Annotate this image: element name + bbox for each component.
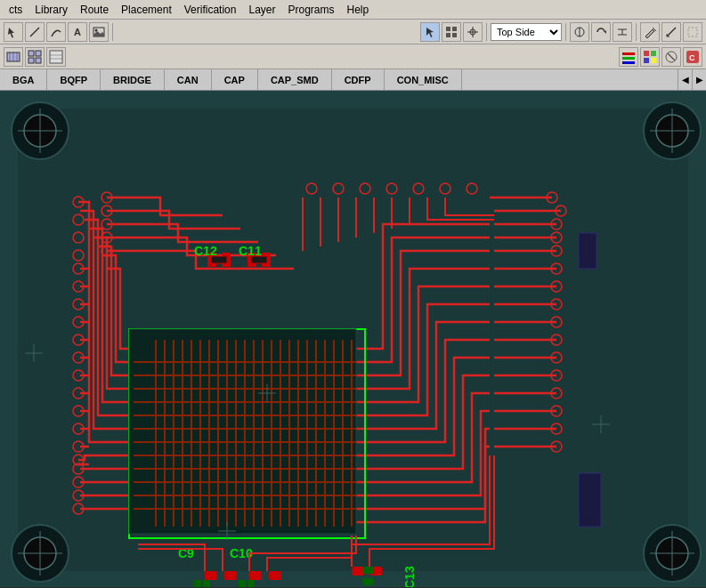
svg-rect-166	[239, 580, 246, 587]
toolbar-row1: A Top Side Bottom Side Top Silk	[0, 20, 706, 44]
layer-vis-btn1[interactable]	[619, 47, 638, 67]
layer-tab-bqfp[interactable]: BQFP	[47, 69, 101, 91]
pcb-view: C12 C11 C9 C10 C13	[0, 91, 706, 587]
layer-tab-bga[interactable]: BGA	[0, 69, 47, 91]
svg-rect-38	[651, 58, 656, 63]
toolbar-row2: C	[0, 44, 706, 69]
svg-rect-165	[203, 580, 210, 587]
svg-rect-3	[446, 27, 450, 31]
svg-rect-6	[452, 33, 457, 37]
svg-rect-36	[651, 51, 656, 56]
measure-tool[interactable]	[661, 22, 681, 42]
pointer-tool-r[interactable]	[420, 22, 440, 42]
svg-rect-169	[363, 578, 374, 585]
grid-tool[interactable]	[442, 22, 461, 42]
layer-tab-cap-smd[interactable]: CAP_SMD	[258, 69, 332, 91]
menu-programs[interactable]: Programs	[283, 2, 340, 18]
arc-tool[interactable]	[46, 22, 66, 42]
svg-rect-35	[644, 51, 649, 56]
component-list-btn[interactable]	[46, 47, 66, 67]
layer-tabs-bar: BGA BQFP BRIDGE CAN CAP CAP_SMD CDFP CON…	[0, 69, 706, 91]
svg-text:C12: C12	[194, 244, 217, 258]
rotate-tool[interactable]	[591, 22, 611, 42]
layer-tab-can[interactable]: CAN	[165, 69, 212, 91]
svg-rect-27	[28, 58, 34, 63]
line-tool[interactable]	[25, 22, 45, 42]
svg-text:C: C	[689, 53, 695, 62]
grid-component-btn[interactable]	[25, 47, 45, 67]
grid-display-tool[interactable]	[683, 22, 702, 42]
select-tool[interactable]	[4, 22, 23, 42]
separator4	[636, 23, 637, 41]
svg-rect-37	[644, 58, 649, 63]
svg-rect-178	[579, 473, 601, 527]
svg-rect-110	[205, 571, 217, 580]
svg-rect-25	[28, 51, 34, 56]
svg-rect-33	[622, 57, 635, 60]
svg-rect-114	[352, 567, 364, 576]
svg-text:C11: C11	[239, 244, 262, 258]
layer-scroll-right[interactable]: ▶	[692, 69, 706, 91]
layer-vis-btn2[interactable]	[640, 47, 660, 67]
svg-rect-34	[622, 61, 635, 64]
menu-placement[interactable]: Placement	[116, 2, 177, 18]
menu-bar: cts Library Route Placement Verification…	[0, 0, 706, 20]
layer-tab-cdfp[interactable]: CDFP	[332, 69, 385, 91]
svg-rect-5	[446, 33, 450, 37]
separator2	[486, 23, 487, 41]
menu-cts[interactable]: cts	[4, 2, 28, 18]
svg-rect-117	[129, 329, 356, 534]
separator1	[112, 23, 113, 41]
svg-rect-168	[363, 567, 374, 574]
layer-scroll-left[interactable]: ◀	[678, 69, 692, 91]
separator3	[565, 23, 566, 41]
svg-line-40	[668, 53, 675, 60]
svg-line-0	[30, 28, 39, 36]
menu-help[interactable]: Help	[342, 2, 375, 18]
layer-dropdown[interactable]: Top Side Bottom Side Top Silk	[491, 23, 562, 41]
menu-library[interactable]: Library	[29, 2, 73, 18]
svg-rect-164	[194, 580, 201, 587]
svg-rect-28	[36, 58, 41, 63]
svg-rect-4	[452, 27, 457, 31]
svg-rect-29	[50, 51, 62, 63]
layer-color-btn[interactable]: C	[683, 47, 702, 67]
crosshair-tool[interactable]	[463, 22, 483, 42]
image-tool[interactable]	[89, 22, 109, 42]
pencil-tool[interactable]	[640, 22, 660, 42]
pcb-canvas[interactable]: 5Mpix	[0, 91, 706, 587]
svg-rect-112	[249, 571, 262, 580]
layer-tab-cap[interactable]: CAP	[212, 69, 258, 91]
flip-tool[interactable]	[613, 22, 632, 42]
menu-layer[interactable]: Layer	[243, 2, 280, 18]
text-tool[interactable]: A	[68, 22, 87, 42]
svg-rect-113	[269, 571, 281, 580]
svg-rect-32	[622, 52, 635, 55]
layer-vis-btn3[interactable]	[661, 47, 681, 67]
svg-rect-20	[688, 28, 697, 36]
svg-rect-26	[36, 51, 41, 56]
svg-rect-179	[579, 233, 596, 269]
component-place-btn[interactable]	[4, 47, 23, 67]
svg-text:C13: C13	[402, 566, 417, 587]
svg-rect-111	[224, 571, 237, 580]
layer-tab-con-misc[interactable]: CON_MISC	[385, 69, 462, 91]
svg-line-17	[667, 28, 676, 36]
menu-route[interactable]: Route	[75, 2, 114, 18]
menu-verification[interactable]: Verification	[179, 2, 242, 18]
mirror-tool[interactable]	[570, 22, 589, 42]
svg-rect-167	[248, 580, 255, 587]
layer-tab-bridge[interactable]: BRIDGE	[101, 69, 165, 91]
